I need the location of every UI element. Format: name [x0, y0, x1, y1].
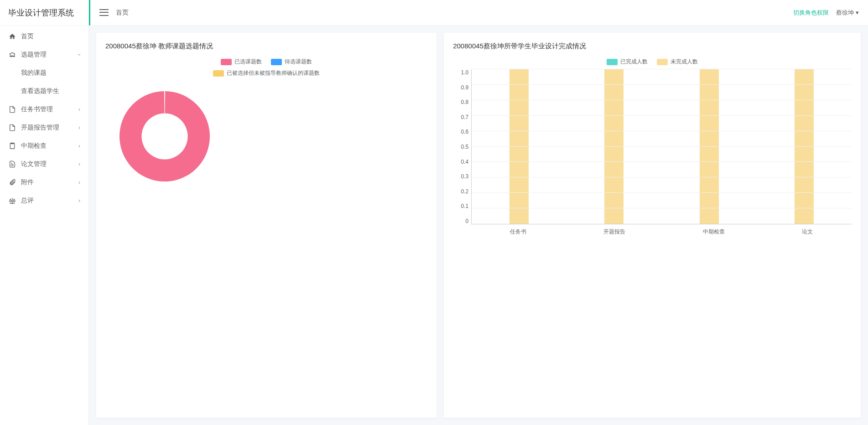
sidebar-item-label: 查看选题学生: [21, 87, 80, 95]
username-label: 蔡徐坤: [836, 9, 854, 17]
role-switch-link[interactable]: 切换角色权限: [793, 9, 829, 17]
sidebar-item-midterm[interactable]: 中期检查 ›: [0, 137, 88, 155]
sidebar-item-attachment[interactable]: 附件 ›: [0, 173, 88, 192]
sidebar-item-home[interactable]: 首页: [0, 27, 88, 46]
chevron-right-icon: ›: [78, 124, 80, 131]
topic-status-card: 20080045蔡徐坤 教师课题选题情况 已选课题数 待选课题数 已被选择但未被…: [96, 33, 437, 418]
sidebar-item-proposal[interactable]: 开题报告管理 ›: [0, 119, 88, 137]
doc-icon: [8, 124, 16, 132]
bar[interactable]: [795, 69, 814, 224]
legend-label: 已被选择但未被指导教师确认的课题数: [227, 69, 320, 77]
legend-label: 已完成人数: [620, 58, 648, 66]
bar-group: [770, 69, 838, 224]
menu-toggle-button[interactable]: [99, 8, 109, 17]
sidebar-item-thesis[interactable]: 论文管理 ›: [0, 155, 88, 173]
sidebar-item-label: 附件: [21, 178, 78, 187]
bar-group: [675, 69, 743, 224]
plot-area: [471, 69, 852, 224]
svg-rect-1: [11, 143, 13, 144]
x-tick-label: 任务书: [510, 228, 526, 236]
legend-item[interactable]: 已完成人数: [607, 58, 648, 66]
chevron-right-icon: ›: [78, 106, 80, 113]
legend-item[interactable]: 待选课题数: [271, 58, 312, 66]
legend-label: 已选课题数: [234, 58, 262, 66]
clipboard-icon: [8, 142, 16, 150]
bar-chart: 已完成人数 未完成人数 1.00.90.80.70.60.50.40.30.20…: [453, 58, 852, 231]
caret-down-icon: ▾: [856, 9, 859, 16]
legend-item[interactable]: 已选课题数: [221, 58, 262, 66]
doc-icon: [8, 105, 16, 114]
chevron-right-icon: ›: [78, 179, 80, 186]
legend-swatch-teal: [607, 59, 618, 65]
bar-group: [580, 69, 649, 224]
sidebar-item-label: 首页: [21, 32, 80, 41]
sidebar-item-label: 开题报告管理: [21, 124, 78, 132]
bar[interactable]: [700, 69, 719, 224]
sidebar-item-label: 选题管理: [21, 51, 78, 59]
bar-legend: 已完成人数 未完成人数: [453, 58, 852, 66]
university-icon: [8, 51, 16, 59]
file-text-icon: [8, 160, 16, 168]
legend-swatch-blue: [271, 59, 282, 65]
sidebar-item-label: 中期检查: [21, 142, 78, 150]
bar-group: [485, 69, 553, 224]
x-axis: 任务书开题报告中期检查论文: [453, 224, 852, 236]
x-tick-label: 开题报告: [603, 228, 625, 236]
attachment-icon: [8, 178, 16, 187]
legend-swatch-paleyellow: [657, 59, 668, 65]
legend-item[interactable]: 已被选择但未被指导教师确认的课题数: [105, 69, 427, 77]
y-axis: 1.00.90.80.70.60.50.40.30.20.10: [453, 69, 471, 224]
sidebar-item-label: 我的课题: [21, 69, 80, 77]
legend-label: 待选课题数: [285, 58, 312, 66]
legend-item[interactable]: 未完成人数: [657, 58, 698, 66]
sidebar: 毕业设计管理系统 首页 选题管理 › 我的课题 查看选题学生: [0, 0, 89, 425]
donut-chart: [114, 86, 215, 187]
breadcrumb: 首页: [116, 9, 793, 17]
bar[interactable]: [604, 69, 624, 224]
completion-status-card: 20080045蔡徐坤所带学生毕业设计完成情况 已完成人数 未完成人数: [444, 33, 861, 418]
app-logo: 毕业设计管理系统: [0, 0, 88, 26]
sidebar-item-taskbook[interactable]: 任务书管理 ›: [0, 100, 88, 119]
sidebar-item-label: 论文管理: [21, 160, 78, 168]
sidebar-subitem-view-students[interactable]: 查看选题学生: [0, 82, 88, 100]
home-icon: [8, 32, 16, 41]
chevron-right-icon: ›: [78, 161, 80, 167]
sidebar-item-summary[interactable]: 总评 ›: [0, 192, 88, 210]
x-tick-label: 中期检查: [703, 228, 725, 236]
legend-swatch-yellow: [213, 70, 224, 77]
header: 首页 切换角色权限 蔡徐坤 ▾: [89, 0, 868, 26]
donut-legend: 已选课题数 待选课题数 已被选择但未被指导教师确认的课题数: [105, 58, 427, 77]
sidebar-subitem-my-topics[interactable]: 我的课题: [0, 64, 88, 82]
sidebar-menu: 首页 选题管理 › 我的课题 查看选题学生 任务书管理 ›: [0, 26, 88, 212]
balance-icon: [8, 197, 16, 205]
x-tick-label: 论文: [802, 228, 813, 236]
sidebar-item-topic-mgmt[interactable]: 选题管理 ›: [0, 46, 88, 64]
app-title: 毕业设计管理系统: [8, 7, 74, 18]
sidebar-item-label: 任务书管理: [21, 105, 78, 114]
legend-label: 未完成人数: [670, 58, 698, 66]
chevron-right-icon: ›: [78, 197, 80, 204]
sidebar-item-label: 总评: [21, 197, 78, 205]
bar[interactable]: [509, 69, 529, 224]
card-title: 20080045蔡徐坤所带学生毕业设计完成情况: [453, 42, 852, 51]
chevron-down-icon: ›: [76, 54, 83, 56]
chevron-right-icon: ›: [78, 143, 80, 149]
user-dropdown[interactable]: 蔡徐坤 ▾: [836, 9, 859, 17]
card-title: 20080045蔡徐坤 教师课题选题情况: [105, 42, 427, 51]
sidebar-submenu-topic: 我的课题 查看选题学生: [0, 64, 88, 100]
legend-swatch-pink: [221, 59, 232, 65]
content-area: 20080045蔡徐坤 教师课题选题情况 已选课题数 待选课题数 已被选择但未被…: [89, 26, 868, 425]
